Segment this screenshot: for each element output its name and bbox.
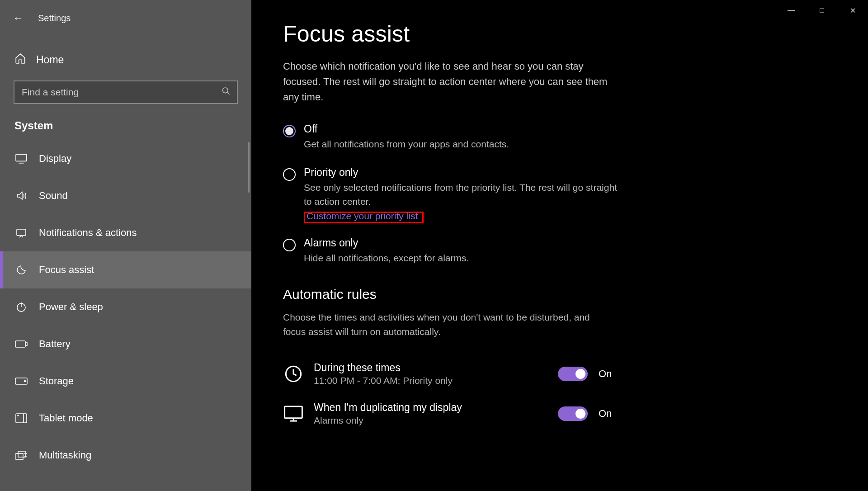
radio-alarms[interactable] [283, 239, 296, 251]
rule-during-these-times[interactable]: During these times 11:00 PM - 7:00 AM; P… [283, 354, 868, 394]
rule-sub: Alarms only [314, 415, 558, 426]
option-off[interactable]: Off Get all notifications from your apps… [283, 123, 868, 151]
option-desc: Get all notifications from your apps and… [304, 137, 509, 151]
section-label: System [0, 104, 251, 140]
nav-label: Notifications & actions [39, 227, 137, 239]
nav-label: Multitasking [39, 449, 91, 461]
search-input[interactable] [14, 80, 238, 104]
radio-priority[interactable] [283, 168, 296, 181]
battery-icon [14, 340, 28, 348]
option-alarms-only[interactable]: Alarms only Hide all notifications, exce… [283, 237, 868, 265]
option-title: Alarms only [304, 237, 469, 249]
scrollbar[interactable] [248, 142, 250, 193]
svg-point-10 [24, 381, 26, 382]
maximize-button[interactable]: □ [807, 0, 837, 21]
customize-priority-link[interactable]: Customize your priority list [307, 211, 418, 222]
rule-sub: 11:00 PM - 7:00 AM; Priority only [314, 375, 558, 386]
toggle-state-label: On [599, 368, 612, 380]
notifications-icon [14, 227, 28, 238]
multitasking-icon [14, 451, 28, 460]
svg-rect-15 [18, 451, 25, 457]
option-title: Off [304, 123, 509, 135]
sidebar-item-display[interactable]: Display [0, 140, 251, 177]
nav-label: Sound [39, 190, 68, 202]
content-area: — □ ✕ Focus assist Choose which notifica… [251, 0, 868, 491]
focus-assist-options: Off Get all notifications from your apps… [283, 123, 868, 264]
tablet-icon [14, 413, 28, 423]
app-title: Settings [38, 13, 71, 24]
svg-rect-4 [17, 229, 26, 236]
svg-rect-21 [285, 406, 302, 418]
storage-icon [14, 378, 28, 385]
nav-label: Power & sleep [39, 301, 103, 313]
back-arrow-icon[interactable]: ← [13, 12, 24, 24]
toggle-during-times[interactable] [558, 367, 588, 381]
clock-icon [283, 365, 304, 383]
radio-off[interactable] [283, 125, 296, 137]
nav-label: Tablet mode [39, 412, 93, 424]
option-desc: See only selected notifications from the… [304, 180, 620, 208]
svg-rect-8 [26, 343, 27, 345]
minimize-button[interactable]: — [776, 0, 807, 21]
sidebar-item-power-sleep[interactable]: Power & sleep [0, 288, 251, 326]
close-button[interactable]: ✕ [837, 0, 868, 21]
sidebar-item-multitasking[interactable]: Multitasking [0, 437, 251, 474]
sidebar-item-home[interactable]: Home [0, 44, 251, 75]
sidebar: ← Settings Home System Display So [0, 0, 251, 491]
sidebar-item-notifications[interactable]: Notifications & actions [0, 214, 251, 251]
sidebar-item-storage[interactable]: Storage [0, 363, 251, 400]
nav-label: Focus assist [39, 264, 94, 276]
moon-icon [14, 264, 28, 275]
page-description: Choose which notification you'd like to … [283, 59, 622, 105]
home-icon [14, 52, 26, 67]
monitor-icon [283, 406, 304, 422]
sidebar-item-focus-assist[interactable]: Focus assist [0, 251, 251, 288]
option-desc: Hide all notifications, except for alarm… [304, 251, 469, 265]
window-controls: — □ ✕ [776, 0, 868, 21]
rule-title: When I'm duplicating my display [314, 401, 558, 414]
toggle-duplicating-display[interactable] [558, 406, 588, 421]
svg-rect-2 [16, 154, 27, 161]
automatic-rules-desc: Choose the times and activities when you… [283, 310, 599, 339]
svg-rect-7 [15, 341, 25, 347]
power-icon [14, 302, 28, 312]
toggle-state-label: On [599, 408, 612, 420]
sidebar-item-tablet-mode[interactable]: Tablet mode [0, 400, 251, 437]
highlight-annotation: Customize your priority list [304, 212, 424, 223]
nav-label: Storage [39, 375, 74, 387]
automatic-rules-heading: Automatic rules [283, 287, 868, 302]
sidebar-item-battery[interactable]: Battery [0, 326, 251, 363]
rule-title: During these times [314, 362, 558, 374]
sidebar-item-sound[interactable]: Sound [0, 177, 251, 214]
nav-list: Display Sound Notifications & actions Fo… [0, 140, 251, 474]
option-priority-only[interactable]: Priority only See only selected notifica… [283, 166, 868, 221]
page-title: Focus assist [283, 21, 868, 47]
home-label: Home [36, 54, 64, 66]
display-icon [14, 154, 28, 164]
svg-rect-14 [16, 453, 23, 459]
option-title: Priority only [304, 166, 620, 179]
nav-label: Display [39, 153, 71, 165]
svg-point-13 [18, 415, 19, 416]
svg-line-20 [293, 374, 297, 375]
sound-icon [14, 190, 28, 201]
nav-label: Battery [39, 338, 71, 350]
rule-duplicating-display[interactable]: When I'm duplicating my display Alarms o… [283, 394, 868, 434]
